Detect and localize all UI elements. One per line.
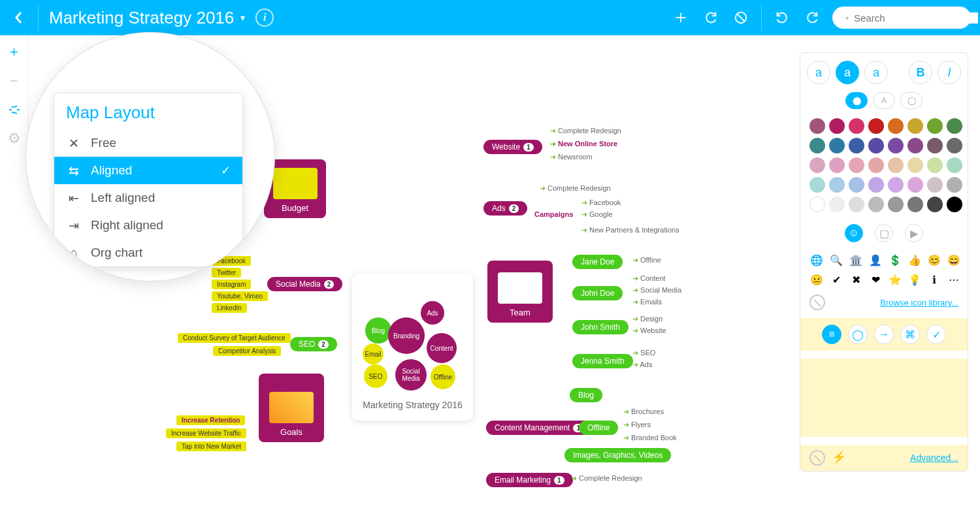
- node-blog[interactable]: Blog: [570, 388, 602, 402]
- leaf[interactable]: Increase Retention: [176, 415, 245, 425]
- browse-icons-link[interactable]: Browse icon library...: [880, 298, 958, 308]
- node-content-mgmt[interactable]: Content Management1: [486, 421, 592, 435]
- leaf[interactable]: Complete Redesign: [550, 127, 621, 135]
- color-swatch[interactable]: [927, 157, 943, 173]
- zoom-in-button[interactable]: +: [4, 42, 25, 63]
- link-button[interactable]: ⌘: [900, 325, 920, 344]
- notes-area[interactable]: [800, 359, 968, 437]
- color-swatch[interactable]: [868, 118, 884, 134]
- icon-picker-item[interactable]: ⋯: [947, 272, 961, 287]
- image-button[interactable]: ▢: [875, 224, 893, 242]
- color-swatch[interactable]: [927, 138, 943, 153]
- leaf[interactable]: Facebook: [581, 199, 621, 207]
- leaf[interactable]: Increase Website Traffic: [166, 428, 246, 438]
- node-team[interactable]: Team: [487, 261, 553, 323]
- layout-button[interactable]: [4, 99, 25, 120]
- icon-picker-item[interactable]: 💡: [907, 272, 922, 287]
- font-small-button[interactable]: a: [807, 61, 830, 84]
- leaf[interactable]: Conduct Survey of Target Audience: [178, 333, 291, 343]
- layout-option-right[interactable]: ⇥ Right aligned: [54, 212, 242, 239]
- team-member[interactable]: John Smith: [572, 320, 629, 334]
- redo-button[interactable]: [701, 8, 721, 27]
- document-title[interactable]: Marketing Strategy 2016 ▾: [49, 8, 245, 28]
- color-swatch[interactable]: [907, 177, 923, 193]
- font-medium-button[interactable]: a: [836, 61, 859, 84]
- leaf[interactable]: Ads: [632, 361, 652, 369]
- leaf[interactable]: Competitor Analysis: [213, 346, 281, 356]
- leaf[interactable]: Newsroom: [550, 153, 593, 161]
- color-swatch[interactable]: [907, 118, 923, 134]
- node-social-media[interactable]: Social Media2: [267, 277, 342, 291]
- color-swatch[interactable]: [868, 197, 884, 212]
- color-swatch[interactable]: [888, 157, 904, 173]
- search-box[interactable]: ▾: [832, 7, 971, 29]
- video-button[interactable]: ▶: [905, 224, 923, 242]
- color-swatch[interactable]: [829, 197, 845, 212]
- leaf[interactable]: New Online Store: [550, 140, 617, 148]
- leaf[interactable]: Tap into New Market: [176, 441, 246, 451]
- icon-picker-item[interactable]: 💲: [888, 253, 902, 267]
- layout-option-aligned[interactable]: ⇆ Aligned ✓: [54, 157, 242, 184]
- leaf[interactable]: Design: [632, 315, 662, 323]
- icon-picker-item[interactable]: 👍: [907, 253, 922, 267]
- leaf[interactable]: Complete Redesign: [571, 474, 642, 483]
- color-swatch[interactable]: [849, 177, 864, 193]
- layout-option-left[interactable]: ⇤ Left aligned: [54, 184, 242, 212]
- color-swatch[interactable]: [868, 177, 884, 193]
- redo2-button[interactable]: [802, 8, 822, 27]
- italic-button[interactable]: I: [938, 61, 961, 84]
- color-swatch[interactable]: [849, 138, 864, 153]
- icon-picker-item[interactable]: ⭐: [888, 272, 902, 287]
- clear-style-button[interactable]: [809, 450, 825, 466]
- settings-button[interactable]: ⚙: [4, 128, 25, 149]
- font-large-button[interactable]: a: [864, 61, 888, 84]
- node-offline[interactable]: Offline: [579, 421, 618, 435]
- color-swatch[interactable]: [829, 157, 845, 173]
- color-swatch[interactable]: [809, 197, 825, 212]
- task-button[interactable]: ✓: [926, 325, 946, 344]
- color-swatch[interactable]: [809, 118, 825, 134]
- leaf[interactable]: Twitter: [212, 268, 241, 278]
- undo-button[interactable]: [772, 8, 792, 27]
- block-button[interactable]: [731, 8, 751, 27]
- icon-picker-item[interactable]: 🏛️: [849, 253, 863, 267]
- color-swatch[interactable]: [888, 197, 904, 212]
- leaf[interactable]: Website: [632, 327, 666, 335]
- color-swatch[interactable]: [888, 138, 904, 153]
- color-swatch[interactable]: [888, 177, 904, 193]
- arrow-button[interactable]: →: [874, 325, 894, 344]
- color-swatch[interactable]: [868, 138, 884, 153]
- leaf[interactable]: Brochures: [623, 408, 664, 416]
- color-swatch[interactable]: [947, 118, 962, 134]
- team-member[interactable]: Jane Doe: [572, 255, 623, 269]
- bold-button[interactable]: B: [909, 61, 932, 84]
- text-mode-button[interactable]: A: [873, 92, 895, 109]
- add-button[interactable]: [671, 8, 691, 27]
- color-swatch[interactable]: [927, 118, 943, 134]
- color-swatch[interactable]: [809, 138, 825, 153]
- color-swatch[interactable]: [907, 157, 923, 173]
- node-images[interactable]: Images, Graphics, Videos: [564, 448, 671, 462]
- leaf[interactable]: Youtube, Vimeo: [212, 291, 268, 301]
- leaf[interactable]: Instagram: [212, 280, 251, 289]
- zoom-out-button[interactable]: −: [4, 71, 25, 91]
- color-swatch[interactable]: [947, 157, 962, 173]
- icon-picker-item[interactable]: 👤: [868, 253, 883, 267]
- leaf[interactable]: Social Media: [632, 286, 681, 295]
- color-swatch[interactable]: [927, 197, 943, 212]
- color-swatch[interactable]: [809, 157, 825, 173]
- color-swatch[interactable]: [849, 118, 864, 134]
- node-website[interactable]: Website1: [483, 140, 542, 154]
- back-button[interactable]: [9, 8, 27, 27]
- color-swatch[interactable]: [809, 177, 825, 193]
- border-mode-button[interactable]: ◯: [900, 92, 923, 109]
- color-swatch[interactable]: [849, 157, 864, 173]
- color-swatch[interactable]: [947, 138, 962, 153]
- layout-option-free[interactable]: ✕ Free: [54, 129, 242, 157]
- color-swatch[interactable]: [947, 197, 962, 212]
- color-swatch[interactable]: [927, 177, 943, 193]
- color-swatch[interactable]: [907, 138, 923, 153]
- icon-picker-item[interactable]: 🌐: [809, 253, 824, 267]
- color-swatch[interactable]: [849, 197, 864, 212]
- leaf[interactable]: Google: [581, 210, 613, 219]
